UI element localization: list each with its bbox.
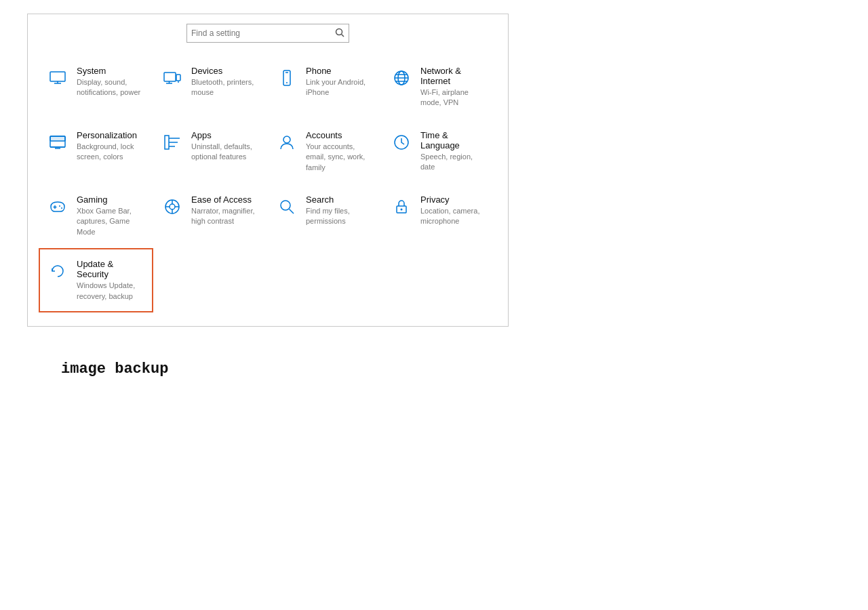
settings-item-network[interactable]: Network & Internet Wi-Fi, airplane mode,…: [382, 55, 497, 119]
settings-item-personalization[interactable]: Personalization Background, lock screen,…: [39, 119, 153, 184]
item-desc-system: Display, sound, notifications, power: [77, 77, 145, 98]
svg-point-38: [281, 201, 290, 210]
item-text-phone: Phone Link your Android, iPhone: [306, 66, 374, 98]
item-desc-time: Speech, region, date: [420, 152, 489, 173]
item-title-phone: Phone: [306, 66, 374, 76]
search-icon: [335, 28, 344, 39]
settings-item-phone[interactable]: Phone Link your Android, iPhone: [268, 55, 382, 119]
settings-item-ease[interactable]: Ease of Access Narrator, magnifier, high…: [153, 184, 268, 248]
item-title-search: Search: [306, 195, 374, 205]
svg-point-0: [336, 28, 342, 35]
update-icon: [45, 259, 70, 283]
item-desc-privacy: Location, camera, microphone: [420, 206, 489, 227]
item-desc-gaming: Xbox Game Bar, captures, Game Mode: [77, 206, 145, 237]
ease-icon: [160, 195, 184, 219]
item-desc-network: Wi-Fi, airplane mode, VPN: [420, 87, 489, 108]
item-title-privacy: Privacy: [420, 195, 489, 205]
settings-item-accounts[interactable]: Accounts Your accounts, email, sync, wor…: [268, 119, 382, 184]
settings-item-time[interactable]: Time & Language Speech, region, date: [382, 119, 497, 184]
item-text-gaming: Gaming Xbox Game Bar, captures, Game Mod…: [77, 195, 145, 237]
item-title-time: Time & Language: [420, 130, 489, 150]
time-icon: [389, 130, 414, 155]
svg-line-1: [342, 34, 344, 37]
item-text-time: Time & Language Speech, region, date: [420, 130, 489, 173]
search-bar: [186, 24, 349, 43]
apps-icon: [160, 130, 184, 155]
settings-item-system[interactable]: System Display, sound, notifications, po…: [39, 55, 153, 119]
settings-item-gaming[interactable]: Gaming Xbox Game Bar, captures, Game Mod…: [39, 184, 153, 248]
item-text-privacy: Privacy Location, camera, microphone: [420, 195, 489, 227]
svg-point-9: [178, 81, 179, 83]
item-title-system: System: [77, 66, 145, 76]
image-backup-label: image backup: [61, 361, 848, 378]
svg-point-41: [401, 208, 403, 210]
settings-item-apps[interactable]: Apps Uninstall, defaults, optional featu…: [153, 119, 268, 184]
phone-icon: [275, 66, 299, 90]
settings-item-search[interactable]: Search Find my files, permissions: [268, 184, 382, 248]
item-title-devices: Devices: [191, 66, 260, 76]
item-desc-update: Windows Update, recovery, backup: [77, 281, 145, 302]
item-title-ease: Ease of Access: [191, 195, 260, 205]
svg-point-33: [170, 204, 175, 209]
svg-rect-22: [165, 136, 169, 149]
gaming-icon: [45, 195, 70, 219]
svg-line-39: [290, 209, 294, 214]
item-desc-personalization: Background, lock screen, colors: [77, 142, 145, 163]
item-text-search: Search Find my files, permissions: [306, 195, 374, 227]
settings-grid: System Display, sound, notifications, po…: [28, 55, 508, 312]
item-text-network: Network & Internet Wi-Fi, airplane mode,…: [420, 66, 489, 108]
search-bar-row: [28, 14, 508, 55]
item-text-devices: Devices Bluetooth, printers, mouse: [191, 66, 260, 98]
item-title-update: Update & Security: [77, 259, 145, 279]
settings-window: System Display, sound, notifications, po…: [27, 14, 509, 327]
item-desc-ease: Narrator, magnifier, high contrast: [191, 206, 260, 227]
svg-point-31: [61, 207, 62, 209]
item-title-apps: Apps: [191, 130, 260, 140]
item-title-accounts: Accounts: [306, 130, 374, 140]
search-icon: [275, 195, 299, 219]
devices-icon: [160, 66, 184, 90]
svg-point-26: [283, 136, 290, 143]
svg-point-12: [286, 82, 288, 83]
settings-item-privacy[interactable]: Privacy Location, camera, microphone: [382, 184, 497, 248]
svg-point-30: [59, 205, 60, 207]
item-text-personalization: Personalization Background, lock screen,…: [77, 130, 145, 163]
item-text-ease: Ease of Access Narrator, magnifier, high…: [191, 195, 260, 227]
item-text-apps: Apps Uninstall, defaults, optional featu…: [191, 130, 260, 163]
item-desc-devices: Bluetooth, printers, mouse: [191, 77, 260, 98]
page-wrapper: System Display, sound, notifications, po…: [0, 0, 868, 391]
accounts-icon: [275, 130, 299, 155]
item-title-network: Network & Internet: [420, 66, 489, 86]
svg-rect-5: [164, 73, 176, 81]
item-desc-search: Find my files, permissions: [306, 206, 374, 227]
search-input[interactable]: [191, 28, 335, 38]
svg-rect-2: [50, 72, 65, 81]
svg-rect-6: [176, 75, 180, 81]
settings-item-update[interactable]: Update & Security Windows Update, recove…: [39, 248, 153, 312]
item-text-system: System Display, sound, notifications, po…: [77, 66, 145, 98]
item-desc-apps: Uninstall, defaults, optional features: [191, 142, 260, 163]
item-desc-phone: Link your Android, iPhone: [306, 77, 374, 98]
svg-rect-19: [50, 136, 65, 141]
system-icon: [45, 66, 70, 90]
item-text-accounts: Accounts Your accounts, email, sync, wor…: [306, 130, 374, 173]
item-title-gaming: Gaming: [77, 195, 145, 205]
item-desc-accounts: Your accounts, email, sync, work, family: [306, 142, 374, 173]
settings-item-devices[interactable]: Devices Bluetooth, printers, mouse: [153, 55, 268, 119]
item-title-personalization: Personalization: [77, 130, 145, 140]
network-icon: [389, 66, 414, 90]
personalization-icon: [45, 130, 70, 155]
privacy-icon: [389, 195, 414, 219]
item-text-update: Update & Security Windows Update, recove…: [77, 259, 145, 302]
